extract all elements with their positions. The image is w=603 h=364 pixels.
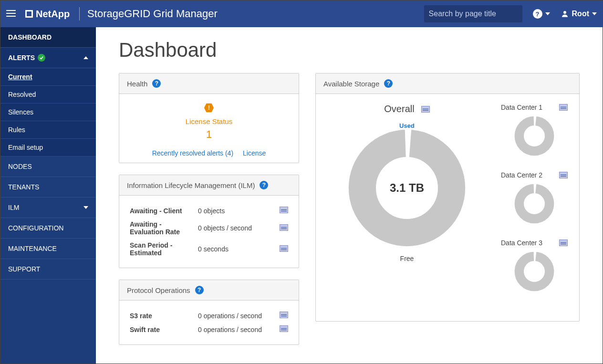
storage-card: Available Storage ? Overall Used bbox=[315, 73, 580, 322]
sidebar-subitem-resolved[interactable]: Resolved bbox=[0, 86, 96, 104]
netapp-logo-icon bbox=[25, 10, 33, 18]
app-title: StorageGRID Grid Manager bbox=[87, 8, 218, 20]
alerts-ok-icon bbox=[38, 54, 45, 62]
chart-icon[interactable] bbox=[559, 239, 568, 246]
storage-card-header: Available Storage ? bbox=[316, 73, 579, 94]
license-status-label: License Status bbox=[127, 117, 291, 125]
overall-storage: Overall Used 3.1 TB bbox=[327, 104, 487, 307]
sidebar: DASHBOARD ALERTS Current Resolved Silenc… bbox=[0, 27, 96, 364]
brand-logo[interactable]: NetApp bbox=[25, 9, 70, 20]
health-card: Health ? ! License Status 1 Recently res… bbox=[119, 73, 299, 163]
chart-icon[interactable] bbox=[559, 104, 568, 111]
sidebar-label: DASHBOARD bbox=[8, 33, 52, 41]
sidebar-item-tenants[interactable]: TENANTS bbox=[0, 177, 96, 198]
sidebar-item-dashboard[interactable]: DASHBOARD bbox=[0, 27, 96, 48]
sidebar-item-configuration[interactable]: CONFIGURATION bbox=[0, 218, 96, 239]
datacenter-name: Data Center 3 bbox=[501, 239, 542, 247]
chart-icon[interactable] bbox=[280, 312, 288, 318]
datacenter-donut-chart bbox=[513, 250, 555, 292]
user-label: Root bbox=[572, 10, 589, 18]
svg-text:!: ! bbox=[208, 104, 210, 111]
ilm-row: Scan Period - Estimated 0 seconds bbox=[128, 239, 290, 259]
overall-total: 3.1 TB bbox=[390, 181, 424, 195]
health-card-header: Health ? bbox=[119, 73, 299, 94]
license-status-count: 1 bbox=[127, 128, 291, 141]
sidebar-item-support[interactable]: SUPPORT bbox=[0, 259, 96, 280]
sidebar-item-alerts[interactable]: ALERTS bbox=[0, 48, 96, 68]
warning-icon: ! bbox=[204, 103, 214, 113]
ilm-row-label: Awaiting - Evaluation Rate bbox=[128, 218, 195, 238]
datacenter-item: Data Center 2 bbox=[501, 171, 568, 227]
ilm-row: Awaiting - Client 0 objects bbox=[128, 204, 290, 217]
protocol-row: S3 rate 0 operations / second bbox=[128, 309, 290, 322]
ilm-row-value: 0 seconds bbox=[196, 239, 272, 259]
ilm-row: Awaiting - Evaluation Rate 0 objects / s… bbox=[128, 218, 290, 238]
sidebar-label: ALERTS bbox=[8, 54, 35, 62]
search-input[interactable] bbox=[429, 10, 524, 18]
chevron-down-icon bbox=[545, 12, 550, 15]
main-content: Dashboard Health ? ! License Status 1 bbox=[96, 27, 603, 364]
sidebar-subitem-email[interactable]: Email setup bbox=[0, 139, 96, 156]
license-link[interactable]: License bbox=[243, 149, 266, 157]
chart-icon[interactable] bbox=[421, 106, 430, 113]
sidebar-item-ilm[interactable]: ILM bbox=[0, 198, 96, 218]
sidebar-subitem-silences[interactable]: Silences bbox=[0, 104, 96, 121]
ilm-row-value: 0 objects bbox=[196, 204, 272, 217]
chart-icon[interactable] bbox=[559, 172, 568, 178]
user-menu[interactable]: Root bbox=[561, 10, 597, 18]
info-icon[interactable]: ? bbox=[195, 286, 204, 294]
chevron-down-icon bbox=[83, 206, 88, 209]
datacenter-name: Data Center 1 bbox=[501, 104, 542, 111]
brand-name: NetApp bbox=[36, 9, 70, 20]
chart-icon[interactable] bbox=[280, 325, 288, 332]
ilm-row-label: Scan Period - Estimated bbox=[128, 239, 195, 259]
protocol-card: Protocol Operations ? S3 rate 0 operatio… bbox=[119, 280, 299, 345]
chart-icon[interactable] bbox=[280, 245, 288, 252]
ilm-row-label: Awaiting - Client bbox=[128, 204, 195, 217]
chevron-up-icon bbox=[83, 56, 88, 59]
overall-label: Overall bbox=[384, 104, 414, 114]
ilm-card-header: Information Lifecycle Management (ILM) ? bbox=[119, 175, 299, 196]
sidebar-subitem-rules[interactable]: Rules bbox=[0, 121, 96, 139]
protocol-card-header: Protocol Operations ? bbox=[119, 280, 299, 301]
help-icon: ? bbox=[533, 9, 542, 19]
search-box[interactable] bbox=[424, 5, 522, 22]
free-label: Free bbox=[327, 255, 487, 262]
alerts-submenu: Current Resolved Silences Rules Email se… bbox=[0, 68, 96, 156]
datacenter-donut-chart bbox=[513, 183, 555, 225]
chart-icon[interactable] bbox=[280, 207, 288, 213]
datacenter-name: Data Center 2 bbox=[501, 171, 542, 179]
protocol-row-value: 0 operations / second bbox=[196, 323, 275, 336]
sidebar-item-maintenance[interactable]: MAINTENANCE bbox=[0, 239, 96, 259]
datacenter-list: Data Center 1 bbox=[501, 104, 568, 307]
ilm-row-value: 0 objects / second bbox=[196, 218, 272, 238]
info-icon[interactable]: ? bbox=[260, 181, 268, 189]
ilm-card: Information Lifecycle Management (ILM) ?… bbox=[119, 175, 299, 268]
datacenter-donut-chart bbox=[513, 115, 555, 157]
protocol-row-value: 0 operations / second bbox=[196, 309, 275, 322]
sidebar-item-nodes[interactable]: NODES bbox=[0, 156, 96, 177]
info-icon[interactable]: ? bbox=[384, 79, 393, 88]
hamburger-menu[interactable] bbox=[6, 8, 18, 20]
info-icon[interactable]: ? bbox=[152, 79, 161, 88]
page-title: Dashboard bbox=[119, 39, 580, 62]
help-menu[interactable]: ? bbox=[533, 9, 550, 19]
protocol-row-label: S3 rate bbox=[128, 309, 195, 322]
protocol-row-label: Swift rate bbox=[128, 323, 195, 336]
user-icon bbox=[561, 10, 569, 18]
chart-icon[interactable] bbox=[280, 224, 288, 231]
topbar: NetApp StorageGRID Grid Manager ? Root bbox=[0, 0, 603, 27]
datacenter-item: Data Center 1 bbox=[501, 104, 568, 159]
topbar-divider bbox=[79, 7, 80, 21]
datacenter-item: Data Center 3 bbox=[501, 239, 568, 294]
protocol-row: Swift rate 0 operations / second bbox=[128, 323, 290, 336]
recent-alerts-link[interactable]: Recently resolved alerts (4) bbox=[152, 149, 233, 157]
chevron-down-icon bbox=[592, 12, 597, 15]
used-label: Used bbox=[399, 122, 415, 129]
svg-point-2 bbox=[563, 11, 566, 14]
sidebar-subitem-current[interactable]: Current bbox=[0, 68, 96, 86]
